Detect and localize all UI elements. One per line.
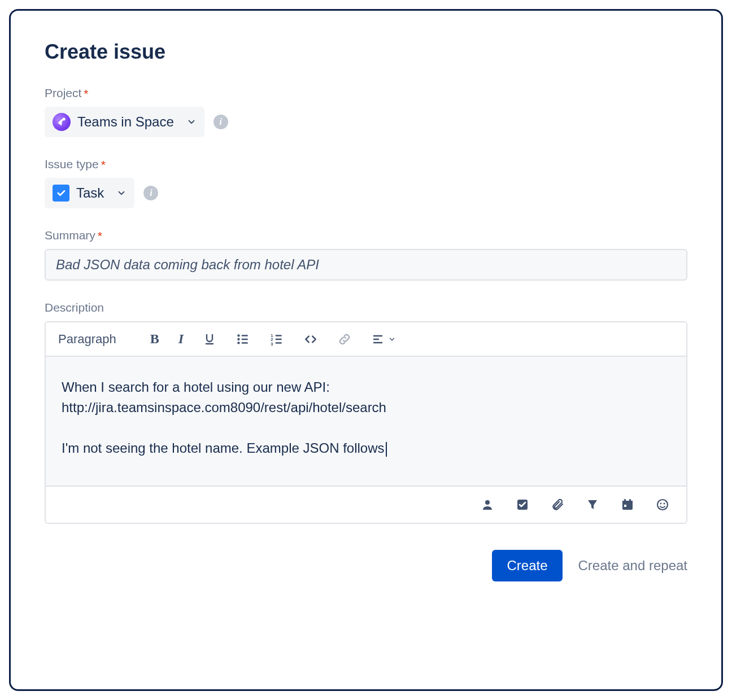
info-icon[interactable]: i <box>143 186 158 200</box>
svg-point-4 <box>237 342 239 344</box>
required-indicator: * <box>101 159 106 170</box>
issue-type-value: Task <box>76 185 104 201</box>
project-select[interactable]: Teams in Space <box>45 107 204 137</box>
project-label: Project * <box>45 86 687 100</box>
project-avatar-icon <box>53 113 71 131</box>
bold-button[interactable]: B <box>148 329 162 349</box>
project-field: Project * Teams in Space i <box>45 86 687 137</box>
svg-point-25 <box>660 503 662 505</box>
svg-point-3 <box>237 338 239 340</box>
italic-button[interactable]: I <box>176 329 186 349</box>
svg-text:3: 3 <box>271 341 273 346</box>
filter-icon[interactable] <box>583 496 602 514</box>
code-button[interactable] <box>301 330 320 349</box>
align-button[interactable] <box>369 330 398 348</box>
emoji-icon[interactable] <box>653 496 672 514</box>
create-issue-dialog: Create issue Project * Teams in Space i … <box>9 9 723 691</box>
chevron-down-icon <box>116 188 127 198</box>
create-button[interactable]: Create <box>492 550 562 581</box>
task-type-icon <box>53 185 69 202</box>
dialog-title: Create issue <box>45 40 687 64</box>
description-editor: Paragraph B I 123 <box>45 321 687 524</box>
paragraph-style-select[interactable]: Paragraph <box>58 330 116 349</box>
underline-button[interactable] <box>201 330 219 348</box>
dialog-actions: Create Create and repeat <box>45 550 687 581</box>
svg-rect-20 <box>622 501 633 504</box>
description-label: Description <box>45 301 687 314</box>
svg-rect-21 <box>624 499 626 502</box>
svg-point-2 <box>237 334 239 336</box>
checkbox-icon[interactable] <box>513 496 531 514</box>
text-cursor <box>386 442 387 457</box>
summary-field: Summary * <box>45 229 687 281</box>
info-icon[interactable]: i <box>213 115 228 129</box>
description-field: Description Paragraph B I 123 <box>45 301 687 524</box>
editor-toolbar-bottom <box>46 485 686 523</box>
date-icon[interactable] <box>618 496 637 514</box>
svg-rect-23 <box>624 505 626 507</box>
svg-point-26 <box>664 503 665 505</box>
issue-type-label: Issue type * <box>45 158 687 171</box>
svg-point-24 <box>657 500 668 510</box>
numbered-list-button[interactable]: 123 <box>267 330 286 349</box>
issue-type-select[interactable]: Task <box>45 178 134 208</box>
svg-point-17 <box>485 500 490 505</box>
summary-input[interactable] <box>45 249 687 281</box>
mention-icon[interactable] <box>478 496 496 514</box>
svg-rect-22 <box>629 499 631 502</box>
chevron-down-icon <box>186 117 197 127</box>
project-value: Teams in Space <box>77 114 174 130</box>
editor-toolbar-top: Paragraph B I 123 <box>46 322 686 357</box>
attachment-icon[interactable] <box>548 496 567 514</box>
required-indicator: * <box>98 230 102 242</box>
create-and-repeat-button[interactable]: Create and repeat <box>578 558 687 574</box>
issue-type-field: Issue type * Task i <box>45 158 687 208</box>
required-indicator: * <box>84 88 88 99</box>
summary-label: Summary * <box>45 229 687 242</box>
bullet-list-button[interactable] <box>233 330 252 349</box>
link-button[interactable] <box>335 330 354 349</box>
description-textarea[interactable]: When I search for a hotel using our new … <box>46 357 686 485</box>
